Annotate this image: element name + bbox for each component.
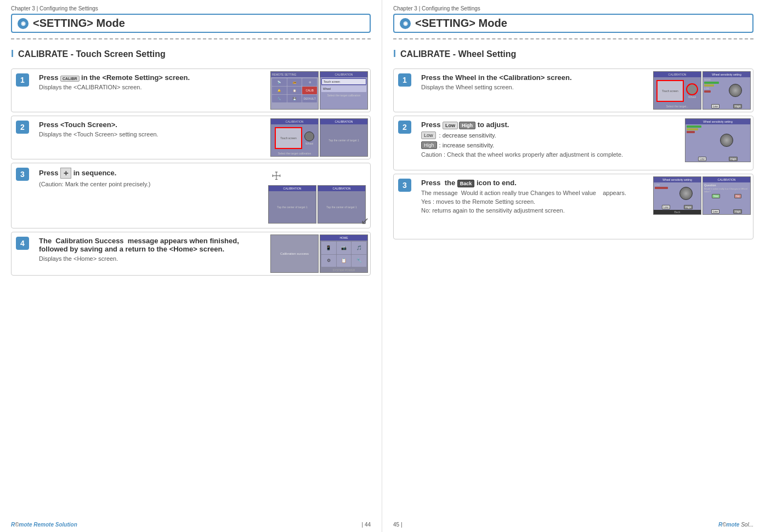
right-step-3-detail2: Yes : moves to the Remote Setting screen…: [421, 198, 645, 205]
cursor-mock-1: ☩: [268, 168, 285, 184]
select-label-2: Select the target calibration: [278, 152, 311, 156]
left-step-2-num: 2: [16, 121, 29, 134]
touch-screen-item: Touch screen: [321, 78, 366, 85]
tap-body: Tap the center of target 1: [320, 124, 367, 156]
brand-mote2: mote: [727, 522, 740, 528]
screen-calibration-1: CALIBRATION Touch screen Wheel Select th…: [320, 71, 368, 110]
calib-success-text: Calibration success: [280, 252, 309, 255]
wc1-wheel-label: Wheel: [688, 95, 696, 99]
right-pipe: I: [393, 48, 396, 60]
left-step-2-images: CALIBRATION Touch screen Wheel Select th…: [268, 116, 370, 159]
left-step-4-num: 4: [16, 237, 29, 250]
home-icon-5: 📋: [337, 255, 352, 267]
ws-back-wheel: [679, 187, 693, 200]
ws-bar-mid: [704, 84, 714, 87]
right-step-3: 3 Press the Back icon to end. The messag…: [393, 174, 753, 239]
ws-back-top: Wheel sensitivity setting: [654, 177, 701, 182]
touch-screen-body: Touch screen Wheel: [274, 124, 315, 152]
right-step-1: 1 Press the Wheel in the <Calibration> s…: [393, 68, 753, 112]
left-dashed-line: [11, 38, 371, 39]
brand-r2: R: [718, 522, 722, 528]
right-step-3-images: Wheel sensitivity setting LOW Low: [651, 174, 753, 217]
right-steps-container: 1 Press the Wheel in the <Calibration> s…: [393, 68, 753, 239]
wc1-select: Select the target...: [666, 105, 689, 109]
ws-low-btn-2: Low: [698, 157, 706, 161]
mock-icon-2: 📻: [287, 78, 302, 86]
ws-bar-low: [704, 90, 711, 93]
right-dashed-line: [393, 38, 753, 39]
wc1-wheel-circle: [686, 83, 698, 95]
left-step-1-content: Press CALIBR in the <Remote Setting> scr…: [33, 69, 268, 95]
ws-high-btn: High: [733, 104, 742, 108]
brand-r: R: [11, 522, 15, 528]
tap-top-2: CALIBRATION: [269, 186, 316, 191]
mock-icon-5: 📋: [287, 87, 302, 94]
ws-top-1: Wheel sensitivity setting: [703, 72, 750, 77]
ws-back-indicators: LOW: [655, 184, 671, 203]
crosshair-icon: ✛: [60, 168, 71, 179]
wc-body: Question Would it action really true Cha…: [703, 182, 750, 209]
left-setting-mode-bar: ◉ <SETTING> Mode: [11, 14, 371, 33]
low-btn: Low: [443, 122, 458, 129]
ws-top-2: Wheel sensitivity setting: [685, 119, 750, 124]
screen-wheel-back: Wheel sensitivity setting LOW Low: [653, 176, 701, 215]
ws-back-wheel-area: [672, 184, 700, 203]
ws-low-label: LOW: [704, 87, 721, 90]
home-icon-4: ⚙: [321, 255, 336, 267]
screen-remote-setting: REMOTE SETTING 📡 📻 ⚙ 🔔 📋 CALIB 🔧 💾 DEFAU…: [270, 71, 319, 110]
right-step-2-main: Press LowHigh to adjust.: [421, 121, 677, 129]
ws-body-2: [685, 124, 750, 156]
tap-body-3: Tap the center of target 1: [318, 191, 365, 223]
screen-tap-2: CALIBRATION Tap the center of target 1: [268, 185, 316, 224]
wc-buttons: Yes No: [704, 193, 749, 199]
left-footer: R©mote Remote Solution | 44: [11, 522, 371, 528]
wc1-label: Touch screen: [662, 89, 678, 93]
no-btn: No: [734, 194, 741, 198]
calib-top-bar: CALIBRATION: [320, 72, 367, 77]
right-step-1-num: 1: [398, 73, 411, 87]
mock-icon-default: DEFAULT: [302, 95, 317, 102]
screen-wheel-settings-2: Wheel sensitivity setting: [685, 118, 751, 162]
left-step-4-sub: Displays the <Home> screen.: [39, 255, 263, 262]
ws-indicators-2: [687, 125, 703, 155]
left-step-2-main: Press <Touch Screen>.: [39, 121, 263, 129]
mock-icon-3: ⚙: [302, 78, 317, 86]
ws-wheel-2: [720, 134, 733, 147]
brand-mote: mote: [19, 522, 32, 528]
right-step-1-main: Press the Wheel in the <Calibration> scr…: [421, 73, 645, 82]
left-step-1-main: Press CALIBR in the <Remote Setting> scr…: [39, 73, 263, 82]
right-section-title: I CALIBRATE - Wheel Setting: [393, 48, 753, 60]
left-step-4-images: Calibration success HOME 📱 📷 🎵 ⚙ 📋 🔧 SY: [268, 232, 370, 275]
right-step-2-caution: Caution : Check that the wheel works pro…: [421, 151, 677, 158]
touch-screen-label: Touch screen: [280, 136, 297, 140]
ws-wheel-area: [722, 78, 749, 102]
ws-wheel: [729, 84, 742, 97]
mock-calib-icon: CALIB: [302, 87, 317, 94]
wc1-top: CALIBRATION: [654, 72, 701, 77]
mock-icon-1: 📡: [272, 78, 287, 86]
right-mode-title: <SETTING> Mode: [415, 17, 507, 30]
left-mode-title: <SETTING> Mode: [33, 17, 125, 30]
ws-buttons-2: Low High: [685, 156, 750, 162]
left-step-3: 3 Press ✛ in sequence. (Caution: Mark th…: [11, 163, 371, 228]
left-page: Chapter 3 | Configuring the Settings ◉ <…: [0, 0, 382, 532]
calib-btn-mock-1: CALIBR: [60, 76, 79, 82]
low-btn-detail: Low: [421, 131, 436, 139]
tap-top-3: CALIBRATION: [318, 186, 365, 191]
screen-tap-1: CALIBRATION Tap the center of target 1: [320, 118, 368, 157]
left-step-4: 4 The Calibration Success message appear…: [11, 232, 371, 276]
left-step-3-content: Press ✛ in sequence. (Caution: Mark the …: [33, 163, 264, 192]
step-3-row2: CALIBRATION Tap the center of target 1 C…: [266, 185, 368, 226]
ws-wheel-area-2: [704, 125, 749, 155]
wc-bottom-buttons: Low High: [703, 209, 750, 214]
left-step-2-sub: Displays the <Touch Screen> setting scre…: [39, 131, 263, 138]
high-btn: High: [459, 122, 475, 129]
screen-tap-3: CALIBRATION Tap the center of target 1: [318, 185, 366, 224]
right-page: Chapter 3 | Configuring the Settings ◉ <…: [382, 0, 764, 532]
ws-high-btn-2: High: [729, 157, 738, 161]
left-step-4-main: The Calibration Success message appears …: [39, 237, 263, 253]
left-step-4-content: The Calibration Success message appears …: [33, 232, 268, 266]
right-step-2-num: 2: [398, 121, 411, 134]
left-step-1: 1 Press CALIBR in the <Remote Setting> s…: [11, 68, 371, 112]
wheel-label: Wheel: [305, 142, 313, 145]
